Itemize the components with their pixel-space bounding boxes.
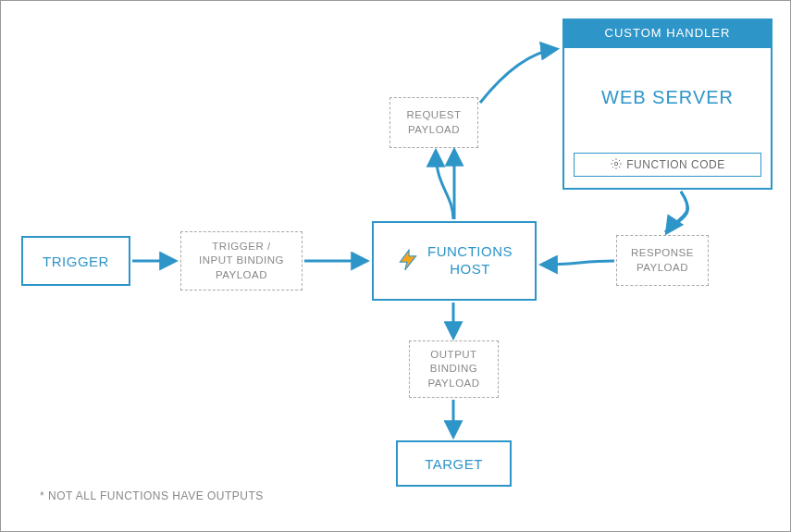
request-payload-label: REQUEST PAYLOAD <box>406 108 461 137</box>
footnote-text: * NOT ALL FUNCTIONS HAVE OUTPUTS <box>40 489 264 502</box>
trigger-label: TRIGGER <box>43 254 109 269</box>
arrow-handler-down-seg1 <box>665 192 687 232</box>
web-server-box: WEB SERVER FUNCTION CODE <box>562 46 772 190</box>
bolt-icon <box>396 248 420 275</box>
custom-handler-header: CUSTOM HANDLER <box>562 19 772 46</box>
function-code-box: FUNCTION CODE <box>574 153 761 177</box>
svg-line-7 <box>612 166 613 167</box>
arrow-request-to-handler <box>480 49 556 103</box>
custom-handler-header-label: CUSTOM HANDLER <box>605 26 731 40</box>
response-payload-label: RESPONSE PAYLOAD <box>631 246 694 275</box>
output-payload-box: OUTPUT BINDING PAYLOAD <box>409 340 499 398</box>
svg-point-0 <box>615 162 619 166</box>
request-payload-box: REQUEST PAYLOAD <box>389 97 478 148</box>
target-box: TARGET <box>396 440 512 487</box>
functions-host-label: FUNCTIONS HOST <box>427 243 513 278</box>
svg-line-5 <box>612 159 613 160</box>
diagram-canvas: TRIGGER TRIGGER / INPUT BINDING PAYLOAD … <box>0 0 791 532</box>
target-label: TARGET <box>425 456 483 472</box>
gear-icon <box>610 157 623 173</box>
svg-line-6 <box>619 166 620 167</box>
footnote-label: * NOT ALL FUNCTIONS HAVE OUTPUTS <box>40 489 264 502</box>
input-payload-label: TRIGGER / INPUT BINDING PAYLOAD <box>199 240 284 283</box>
input-payload-box: TRIGGER / INPUT BINDING PAYLOAD <box>180 231 303 291</box>
arrow-host-up <box>436 152 453 219</box>
function-code-label: FUNCTION CODE <box>626 158 725 171</box>
functions-host-box: FUNCTIONS HOST <box>372 221 537 301</box>
response-payload-box: RESPONSE PAYLOAD <box>616 235 709 286</box>
web-server-label: WEB SERVER <box>601 87 734 108</box>
svg-line-8 <box>619 159 620 160</box>
arrow-response-to-host <box>542 261 614 265</box>
arrow-handler-to-response-final <box>667 192 688 232</box>
output-payload-label: OUTPUT BINDING PAYLOAD <box>427 348 479 391</box>
trigger-box: TRIGGER <box>21 236 130 286</box>
